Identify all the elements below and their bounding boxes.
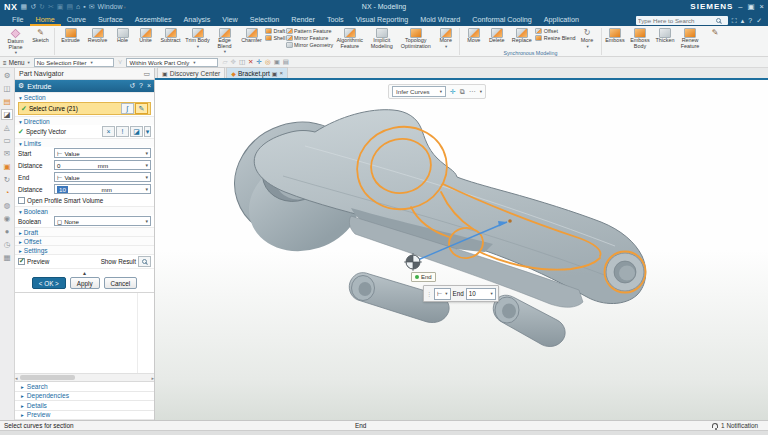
reuse-library-icon[interactable]: ▭: [1, 135, 13, 146]
sync-more-button[interactable]: ↻More: [576, 27, 599, 49]
replace-button[interactable]: Replace: [508, 27, 535, 44]
copy-icon[interactable]: ▣: [57, 0, 64, 13]
limits-header[interactable]: Limits: [15, 138, 154, 147]
command-search[interactable]: [636, 16, 728, 25]
subtract-button[interactable]: Subtract: [157, 27, 184, 44]
globe-icon[interactable]: ●: [1, 226, 13, 237]
vector-dialog-button[interactable]: ◪: [130, 126, 143, 137]
web-browser-icon[interactable]: ▣: [1, 161, 13, 172]
open-profile-row[interactable]: Open Profile Smart Volume: [15, 195, 154, 206]
help-icon[interactable]: ?: [748, 17, 752, 24]
infer-curves-dropdown[interactable]: Infer Curves▾: [392, 86, 446, 97]
section-header[interactable]: Section: [15, 92, 154, 101]
reset-icon[interactable]: ↺: [129, 82, 135, 90]
chamfer-button[interactable]: Chamfer: [238, 27, 265, 44]
restore-button[interactable]: ▣: [748, 2, 755, 11]
snap-point-icon[interactable]: ◫: [239, 58, 245, 66]
sketch-button[interactable]: ✎Sketch: [29, 27, 52, 44]
mic-icon[interactable]: ▪: [83, 0, 85, 13]
bracket-3d-model[interactable]: [155, 80, 767, 420]
section-preview[interactable]: Preview: [15, 411, 154, 421]
menu-button[interactable]: ≡Menu: [3, 59, 30, 66]
end-dropdown[interactable]: ⊢Value▾: [54, 172, 151, 182]
select-curve-row[interactable]: ✓ Select Curve (21) ∫ ✎: [18, 102, 151, 115]
confirm-icon[interactable]: ✓: [756, 17, 762, 25]
notification-area[interactable]: 1 Notification: [712, 422, 758, 429]
window-tile-icon[interactable]: ▤: [283, 58, 289, 66]
save-icon[interactable]: ▦: [21, 0, 28, 13]
undo-icon[interactable]: ↺: [30, 0, 36, 13]
touch-mode-icon[interactable]: ◷: [1, 239, 13, 250]
hole-button[interactable]: Hole: [111, 27, 134, 44]
part-navigator-icon[interactable]: ▤: [1, 96, 13, 107]
history-icon[interactable]: ↻: [1, 174, 13, 185]
undock-icon[interactable]: ▭: [143, 70, 150, 78]
datum-plane-button[interactable]: Datum Plane: [2, 27, 29, 56]
paste-icon[interactable]: ▤: [66, 0, 73, 13]
tab-view[interactable]: View: [216, 14, 243, 26]
minimize-button[interactable]: –: [738, 2, 742, 11]
tab-selection[interactable]: Selection: [244, 14, 286, 26]
manage-icon[interactable]: ◍: [1, 200, 13, 211]
process-studio-icon[interactable]: ◔: [1, 187, 13, 198]
follow-fillet-icon[interactable]: ⧉: [460, 88, 465, 96]
scroll-right-arrow[interactable]: ▸: [151, 375, 154, 381]
section-search[interactable]: Search: [15, 382, 154, 392]
tab-bracket-part[interactable]: ◆Bracket.prt▣×: [226, 67, 288, 78]
edit-ribbon-button[interactable]: ✎: [704, 27, 727, 38]
tab-mold-wizard[interactable]: Mold Wizard: [414, 14, 466, 26]
open-profile-checkbox[interactable]: [18, 197, 25, 204]
tab-analysis[interactable]: Analysis: [178, 14, 217, 26]
unite-button[interactable]: Unite: [134, 27, 157, 44]
tab-close-icon[interactable]: ×: [279, 70, 283, 76]
minimize-ribbon-icon[interactable]: ▴: [741, 17, 745, 25]
selection-filter-dropdown[interactable]: No Selection Filter: [34, 58, 114, 67]
snap-plane-icon[interactable]: ▱: [222, 58, 227, 66]
redo-icon[interactable]: ↻: [39, 0, 45, 13]
snap-center-icon[interactable]: ◎: [265, 58, 271, 66]
dialog-close-icon[interactable]: ×: [147, 82, 151, 90]
right-boss[interactable]: [606, 253, 644, 291]
copy-display-icon[interactable]: ✉: [89, 0, 95, 13]
extrude-button[interactable]: Extrude: [57, 27, 84, 44]
draft-section[interactable]: Draft: [15, 227, 154, 236]
revolve-button[interactable]: Revolve: [84, 27, 111, 44]
tab-file[interactable]: File: [6, 14, 30, 26]
draft-button[interactable]: Draft: [265, 28, 286, 34]
settings-section[interactable]: Settings: [15, 245, 154, 254]
direction-header[interactable]: Direction: [15, 116, 154, 125]
tab-render[interactable]: Render: [285, 14, 321, 26]
fullscreen-icon[interactable]: ⛶: [732, 17, 737, 25]
edge-blend-button[interactable]: Edge Blend: [211, 27, 238, 55]
tab-visual-reporting[interactable]: Visual Reporting: [350, 14, 415, 26]
implicit-modeling-button[interactable]: Implicit Modeling: [366, 27, 397, 49]
start-distance-input[interactable]: 0mm▾: [54, 160, 151, 170]
thicken-button[interactable]: Thicken: [654, 27, 677, 44]
inferred-vector-button[interactable]: !: [116, 126, 129, 137]
emboss-button[interactable]: Emboss: [604, 27, 627, 44]
offset-button[interactable]: Offset: [535, 28, 575, 34]
selection-scope-dropdown[interactable]: Within Work Part Only: [126, 58, 218, 67]
section-details[interactable]: Details: [15, 401, 154, 411]
cancel-button[interactable]: Cancel: [104, 277, 138, 289]
emboss-body-button[interactable]: Emboss Body: [627, 27, 654, 49]
home-icon[interactable]: ⌂: [76, 0, 80, 13]
tab-surface[interactable]: Surface: [92, 14, 129, 26]
more-options-icon[interactable]: ⋯: [469, 88, 476, 96]
end-distance-input[interactable]: 10mm▾: [54, 184, 151, 194]
graphics-window[interactable]: Infer Curves▾ ✛ ⧉ ⋯ ▾: [155, 80, 768, 420]
tab-home[interactable]: Home: [30, 14, 61, 26]
preview-checkbox[interactable]: [18, 258, 25, 265]
notifications-icon[interactable]: ◬: [1, 122, 13, 133]
reverse-direction-button[interactable]: ×: [102, 126, 115, 137]
assembly-navigator-icon[interactable]: ⚙: [1, 70, 13, 81]
dialog-collapse-caret[interactable]: ▴: [15, 268, 154, 275]
onscreen-distance-input[interactable]: ⋮ ⊢▾ End 10▾: [423, 285, 499, 302]
constraint-navigator-icon[interactable]: ◫: [1, 83, 13, 94]
tab-restore-icon[interactable]: ▣: [272, 70, 278, 77]
delete-button[interactable]: Delete: [485, 27, 508, 44]
tab-discovery-center[interactable]: ▣Discovery Center: [157, 67, 225, 78]
section-dependencies[interactable]: Dependencies: [15, 392, 154, 402]
sketch-section-button[interactable]: ✎: [135, 103, 148, 114]
scroll-thumb[interactable]: [20, 375, 75, 380]
